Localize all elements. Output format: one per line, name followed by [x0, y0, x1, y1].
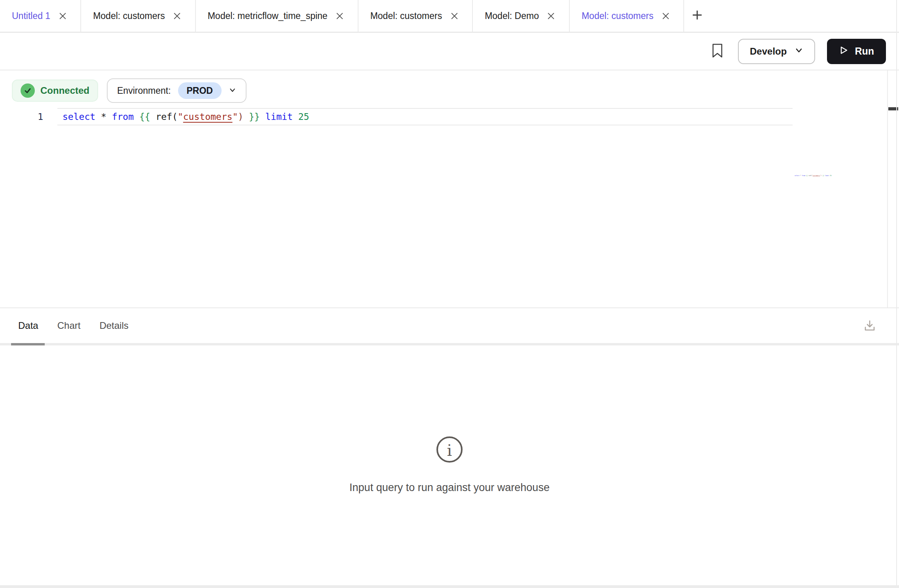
close-icon[interactable] — [448, 10, 460, 22]
close-icon[interactable] — [171, 10, 183, 22]
results-tab[interactable]: Data — [18, 320, 38, 331]
editor-minimap[interactable]: select * from {{ ref("customers") }} lim… — [795, 175, 890, 183]
code-line-row: 1 select * from {{ ref("customers") }} l… — [0, 108, 899, 125]
editor-tab[interactable]: Untitled 1 — [0, 0, 81, 32]
sql-editor-panel: Connected Environment: PROD 1 select * f… — [0, 70, 899, 307]
editor-tab[interactable]: Model: Demo — [473, 0, 570, 32]
bottom-divider — [0, 585, 899, 588]
close-icon[interactable] — [334, 10, 346, 22]
main-toolbar: Develop Run — [0, 33, 899, 70]
develop-button-label: Develop — [750, 46, 787, 57]
environment-value-badge: PROD — [178, 82, 222, 99]
play-icon — [839, 46, 848, 57]
window-scrollbar-track — [896, 0, 897, 585]
minimap-code-line: select * from {{ ref("customers") }} lim… — [795, 175, 809, 176]
line-number: 1 — [0, 108, 57, 125]
bookmark-icon — [711, 44, 723, 59]
environment-label: Environment: — [117, 85, 171, 96]
close-icon[interactable] — [545, 10, 557, 22]
info-icon: i — [436, 436, 463, 465]
editor-tab-label: Model: metricflow_time_spine — [208, 11, 328, 21]
editor-tab-label: Model: customers — [582, 11, 654, 21]
plus-icon — [691, 9, 703, 23]
new-tab-button[interactable] — [684, 0, 710, 32]
editor-tab[interactable]: Model: customers — [570, 0, 685, 32]
results-empty-state: i Input query to run against your wareho… — [0, 436, 899, 494]
results-tab-bar: Data Chart Details — [0, 308, 899, 343]
svg-text:i: i — [447, 441, 452, 459]
run-button[interactable]: Run — [827, 39, 886, 64]
results-tab[interactable]: Details — [99, 320, 128, 331]
download-icon — [863, 319, 877, 334]
chevron-down-icon — [229, 86, 236, 95]
results-tab-divider — [0, 343, 899, 345]
close-icon[interactable] — [660, 10, 671, 22]
editor-tab-label: Model: customers — [370, 11, 442, 21]
results-tab[interactable]: Chart — [57, 320, 81, 331]
check-icon — [21, 83, 35, 98]
editor-tab-label: Untitled 1 — [12, 11, 50, 21]
connection-status-label: Connected — [40, 85, 89, 96]
editor-tab[interactable]: Model: metricflow_time_spine — [196, 0, 358, 32]
environment-selector[interactable]: Environment: PROD — [107, 78, 247, 103]
download-results-button[interactable] — [861, 318, 878, 335]
connection-status-badge: Connected — [12, 80, 98, 102]
editor-scrollbar-track — [887, 70, 888, 307]
bookmark-button[interactable] — [709, 43, 726, 60]
develop-dropdown-button[interactable]: Develop — [738, 39, 815, 64]
editor-tab[interactable]: Model: customers — [358, 0, 473, 32]
empty-state-message: Input query to run against your warehous… — [349, 482, 550, 494]
code-line[interactable]: select * from {{ ref("customers") }} lim… — [57, 108, 793, 125]
results-panel: Data Chart Details i Input query to run … — [0, 307, 899, 585]
close-icon[interactable] — [57, 10, 68, 22]
editor-tab-label: Model: customers — [93, 11, 165, 21]
chevron-down-icon — [795, 46, 803, 57]
editor-status-bar: Connected Environment: PROD — [0, 70, 899, 103]
editor-tab-bar: Untitled 1 Model: customers Model: metri… — [0, 0, 899, 33]
active-tab-indicator — [11, 343, 45, 345]
run-button-label: Run — [855, 46, 874, 57]
editor-tab[interactable]: Model: customers — [81, 0, 196, 32]
editor-tab-label: Model: Demo — [485, 11, 539, 21]
